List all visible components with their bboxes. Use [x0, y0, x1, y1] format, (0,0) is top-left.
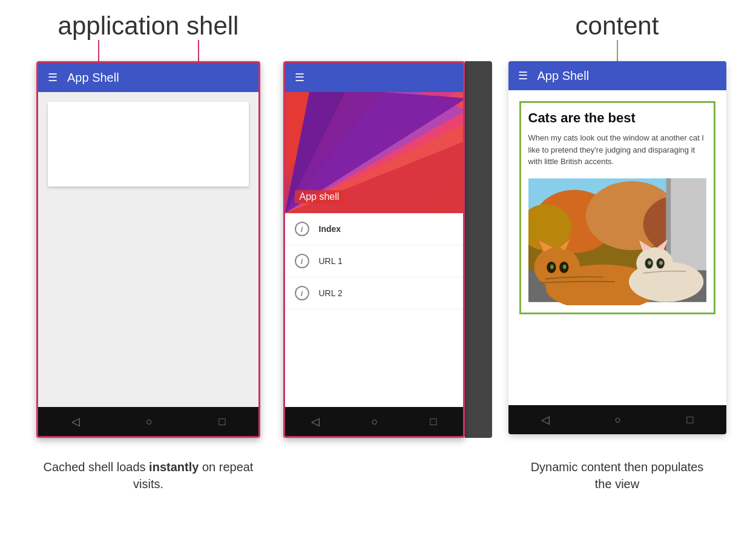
- cat-image-svg: [528, 175, 706, 305]
- drawer-item-index: i Index: [285, 213, 463, 245]
- middle-recent-icon: □: [430, 415, 437, 428]
- svg-point-26: [636, 247, 673, 279]
- middle-hamburger-icon: ☰: [295, 72, 304, 83]
- content-title: Cats are the best: [528, 110, 706, 126]
- right-connector: [496, 40, 738, 61]
- right-phone-toolbar: ☰ App Shell: [508, 61, 726, 90]
- right-hamburger-icon: ☰: [518, 70, 528, 81]
- left-phone-content: [38, 92, 258, 407]
- middle-phone-navbar: ◁ ○ □: [285, 407, 463, 436]
- left-caption: Cached shell loads instantly on repeat v…: [33, 458, 263, 492]
- drawer-app-label: App shell: [295, 190, 344, 203]
- back-icon: ◁: [71, 415, 80, 428]
- drawer-item-url1: i URL 1: [285, 245, 463, 277]
- right-home-icon: ○: [615, 414, 622, 426]
- hamburger-icon: ☰: [48, 72, 58, 83]
- left-phone-navbar: ◁ ○ □: [38, 407, 258, 436]
- drawer-item-label-index: Index: [319, 224, 341, 234]
- application-shell-label: application shell: [58, 12, 239, 40]
- info-icon-index: i: [295, 222, 309, 236]
- right-caption-col: Dynamic content then populates the view: [496, 448, 738, 492]
- middle-home-icon: ○: [372, 415, 378, 428]
- middle-caption-col: [278, 448, 496, 492]
- middle-phone-wrapper: ☰: [283, 61, 492, 438]
- content-green-box: Cats are the best When my cats look out …: [519, 101, 715, 314]
- left-arrow-line-2: [198, 40, 199, 61]
- middle-phone-col: ☰: [278, 61, 496, 438]
- right-arrow-line: [617, 40, 618, 61]
- main-layout: application shell content: [18, 12, 738, 40]
- info-icon-url1: i: [295, 254, 309, 268]
- recent-icon: □: [219, 415, 225, 428]
- middle-back-icon: ◁: [311, 415, 320, 428]
- right-caption: Dynamic content then populates the view: [527, 458, 708, 492]
- right-label-container: content: [496, 12, 738, 40]
- content-label: content: [576, 12, 659, 40]
- left-phone: ☰ App Shell ◁ ○ □: [36, 61, 260, 438]
- content-placeholder-card: [48, 102, 249, 187]
- cat-image-container: [528, 175, 706, 305]
- svg-point-24: [562, 264, 566, 269]
- left-label-container: application shell: [18, 12, 278, 40]
- right-recent-icon: □: [687, 414, 694, 426]
- right-back-icon: ◁: [541, 413, 550, 426]
- drawer-item-label-url1: URL 1: [319, 256, 343, 266]
- dark-side-panel: [465, 61, 492, 438]
- svg-point-34: [659, 260, 663, 265]
- left-connector: [18, 40, 278, 61]
- svg-point-33: [648, 260, 651, 265]
- home-icon: ○: [146, 415, 153, 428]
- drawer-item-url2: i URL 2: [285, 277, 463, 309]
- right-phone: ☰ App Shell Cats are the best When my ca…: [508, 61, 726, 434]
- left-caption-col: Cached shell loads instantly on repeat v…: [18, 448, 278, 492]
- drawer-list: i Index i URL 1 i URL 2: [285, 213, 463, 407]
- right-phone-content: Cats are the best When my cats look out …: [508, 90, 726, 405]
- drawer-header-image: App shell: [285, 92, 463, 213]
- svg-point-23: [550, 264, 554, 269]
- labels-row: application shell content: [18, 12, 738, 40]
- middle-connector: [278, 40, 496, 61]
- left-phone-col: ☰ App Shell ◁ ○ □: [18, 61, 278, 438]
- connectors-row: [18, 40, 738, 61]
- caption-before: Cached shell loads: [44, 460, 150, 474]
- middle-phone-toolbar: ☰: [285, 63, 463, 92]
- phones-row: ☰ App Shell ◁ ○ □ ☰: [18, 61, 738, 438]
- left-phone-toolbar: ☰ App Shell: [38, 63, 258, 92]
- caption-bold: instantly: [149, 460, 199, 474]
- captions-row: Cached shell loads instantly on repeat v…: [18, 448, 738, 492]
- left-arrow-line-1: [98, 40, 99, 61]
- drawer-item-label-url2: URL 2: [319, 288, 343, 298]
- middle-phone-content: App shell i Index i URL 1 i: [285, 92, 463, 407]
- right-phone-navbar: ◁ ○ □: [508, 405, 726, 434]
- middle-phone: ☰: [283, 61, 465, 438]
- right-phone-col: ☰ App Shell Cats are the best When my ca…: [496, 61, 738, 434]
- info-icon-url2: i: [295, 286, 309, 300]
- left-toolbar-title: App Shell: [67, 71, 119, 85]
- content-text: When my cats look out the window at anot…: [528, 132, 706, 168]
- right-toolbar-title: App Shell: [537, 69, 590, 83]
